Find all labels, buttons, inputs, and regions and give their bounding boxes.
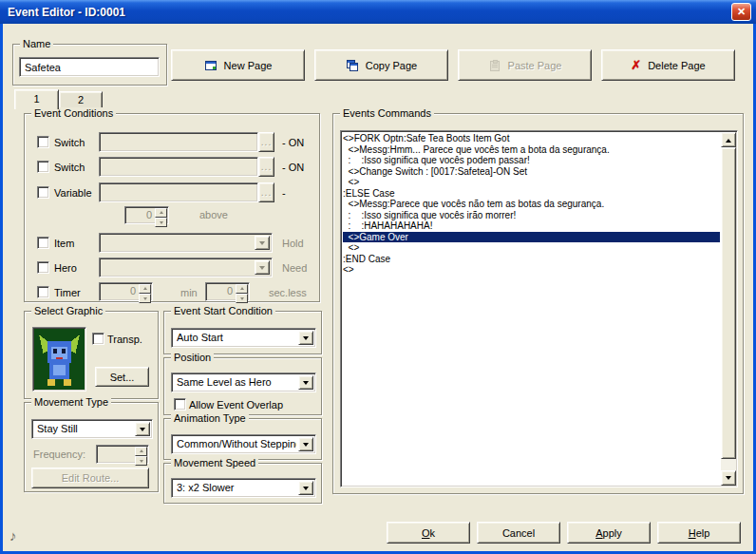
- spin-up-icon: [139, 284, 151, 294]
- movement-type-group: Movement Type Stay Still Frequency: Edit…: [24, 402, 159, 492]
- name-input[interactable]: [19, 57, 160, 77]
- position-value: Same Level as Hero: [177, 376, 296, 388]
- spin-down-icon: [155, 218, 167, 227]
- animation-type-select[interactable]: Common/Without Stepping: [171, 434, 316, 454]
- titlebar[interactable]: Event Editor - ID:0001 ✕: [0, 0, 756, 24]
- command-line[interactable]: <>FORK Optn:Safe Tea Boots Item Got: [343, 133, 720, 144]
- switch2-checkbox[interactable]: [37, 161, 49, 173]
- command-line[interactable]: <>Messg:Hmm... Parece que vocês tem a bo…: [343, 144, 720, 156]
- paste-page-label: Paste Page: [508, 60, 562, 71]
- item-dropdown-arrow-icon: [255, 236, 270, 250]
- copy-page-icon: [346, 59, 359, 72]
- variable-value: 0: [125, 207, 155, 223]
- command-line[interactable]: <>Change Switch : [0017:Safetea]-ON Set: [343, 166, 720, 178]
- command-line[interactable]: : :HAHAHAHAHA!: [343, 220, 720, 232]
- movement-type-select[interactable]: Stay Still: [31, 419, 153, 439]
- timer-checkbox[interactable]: [37, 286, 49, 298]
- timer-sec-value: 0: [206, 283, 236, 300]
- events-commands-label: Events Commands: [340, 107, 434, 120]
- variable-checkbox[interactable]: [37, 186, 49, 199]
- command-line[interactable]: :END Case: [343, 254, 720, 265]
- switch1-field: [99, 132, 258, 152]
- frequency-value: [97, 446, 135, 463]
- timer-suffix: sec.less: [269, 287, 307, 299]
- event-start-dropdown-arrow-icon[interactable]: [298, 331, 313, 345]
- spin-down-icon: [139, 294, 151, 303]
- event-start-condition-label: Event Start Condition: [171, 305, 275, 317]
- note-icon: ♪: [9, 527, 17, 544]
- movement-speed-select[interactable]: 3: x2 Slower: [171, 478, 316, 498]
- variable-spin-buttons: [155, 208, 167, 222]
- event-start-condition-value: Auto Start: [177, 332, 296, 343]
- switch2-field: [99, 157, 258, 177]
- delete-page-button[interactable]: ✗ Delete Page: [601, 49, 735, 81]
- select-graphic-group: Select Graphic Transp. Set...: [24, 311, 159, 399]
- help-button[interactable]: Help: [657, 522, 741, 544]
- set-graphic-label: Set...: [110, 372, 135, 383]
- position-select[interactable]: Same Level as Hero: [171, 373, 316, 392]
- tab-page-1[interactable]: 1: [14, 89, 59, 109]
- switch1-checkbox[interactable]: [37, 136, 49, 148]
- animation-type-dropdown-arrow-icon[interactable]: [298, 437, 313, 451]
- movement-type-dropdown-arrow-icon[interactable]: [135, 422, 150, 436]
- apply-label: Apply: [595, 527, 622, 539]
- event-start-condition-select[interactable]: Auto Start: [171, 328, 316, 348]
- switch2-browse-button: ...: [258, 157, 274, 177]
- timer-min-spin-buttons: [139, 284, 151, 299]
- cancel-button[interactable]: Cancel: [477, 522, 560, 544]
- frequency-spin-buttons: [135, 447, 147, 462]
- position-dropdown-arrow-icon[interactable]: [298, 375, 313, 390]
- command-line[interactable]: <>: [343, 242, 720, 254]
- spin-up-icon: [236, 284, 248, 294]
- close-button[interactable]: ✕: [731, 3, 751, 21]
- event-sprite-preview[interactable]: [32, 327, 86, 392]
- command-line[interactable]: <>: [343, 264, 720, 276]
- command-line[interactable]: : :Isso significa que vocês irão morrer!: [343, 210, 720, 221]
- edit-route-button: Edit Route...: [31, 468, 149, 488]
- transparent-checkbox[interactable]: [92, 333, 104, 345]
- select-graphic-label: Select Graphic: [31, 305, 105, 317]
- window-title: Event Editor - ID:0001: [0, 6, 125, 19]
- movement-type-value: Stay Still: [37, 423, 133, 434]
- event-conditions-group: Event Conditions Switch ... - ON Switch …: [24, 113, 320, 302]
- timer-label: Timer: [54, 287, 81, 299]
- paste-page-icon: [488, 59, 501, 72]
- name-group-label: Name: [20, 38, 53, 50]
- tab-page-2-label: 2: [78, 94, 84, 105]
- variable-suffix: -: [282, 187, 286, 200]
- item-checkbox[interactable]: [37, 237, 49, 249]
- timer-sec-spin-buttons: [236, 284, 248, 299]
- event-editor-window: Event Editor - ID:0001 ✕ Name New Page C…: [0, 0, 756, 554]
- command-line[interactable]: : :Isso significa que vocês podem passar…: [343, 155, 720, 166]
- commands-list[interactable]: <>FORK Optn:Safe Tea Boots Item Got <>Me…: [340, 130, 738, 487]
- new-page-button[interactable]: New Page: [171, 49, 305, 81]
- movement-speed-label: Movement Speed: [171, 457, 258, 469]
- position-group: Position Same Level as Hero Allow Event …: [163, 357, 322, 415]
- allow-overlap-checkbox[interactable]: [174, 398, 186, 411]
- movement-speed-dropdown-arrow-icon[interactable]: [298, 481, 313, 495]
- spin-down-icon: [236, 294, 248, 303]
- command-line[interactable]: <>Game Over: [343, 232, 720, 243]
- scroll-down-icon[interactable]: [721, 470, 736, 486]
- cancel-label: Cancel: [502, 527, 535, 539]
- scroll-up-icon[interactable]: [721, 132, 736, 147]
- hero-select: [99, 258, 273, 277]
- frequency-label: Frequency:: [33, 449, 85, 461]
- commands-list-lines: <>FORK Optn:Safe Tea Boots Item Got <>Me…: [343, 133, 720, 485]
- timer-sec-spinner: 0: [205, 282, 250, 301]
- apply-button[interactable]: Apply: [567, 522, 651, 544]
- edit-route-label: Edit Route...: [62, 472, 120, 484]
- set-graphic-button[interactable]: Set...: [95, 367, 149, 387]
- ok-button[interactable]: Ok: [387, 522, 470, 544]
- command-line[interactable]: :ELSE Case: [343, 188, 720, 200]
- variable-value-spinner: 0: [124, 206, 169, 224]
- hero-checkbox[interactable]: [37, 261, 49, 274]
- timer-min-value: 0: [100, 283, 139, 300]
- ok-label: Ok: [422, 527, 435, 539]
- copy-page-button[interactable]: Copy Page: [314, 49, 448, 81]
- commands-scrollbar[interactable]: [721, 132, 736, 486]
- spin-up-icon: [155, 208, 167, 218]
- scroll-thumb[interactable]: [721, 147, 736, 459]
- command-line[interactable]: <>Messg:Parece que vocês não tem as bota…: [343, 199, 720, 210]
- command-line[interactable]: <>: [343, 177, 720, 188]
